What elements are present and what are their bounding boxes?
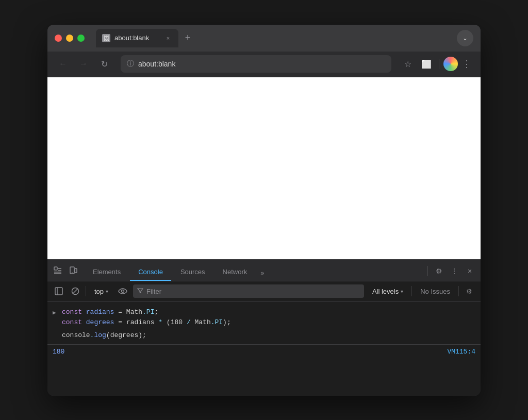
devtools-tab-bar: Elements Console Sources Network » ⚙ ⋮ × [47,260,481,281]
console-entry: ▶ const radians = Math.PI; const degrees… [47,306,481,330]
toolbar-divider-1 [86,286,86,296]
new-tab-button[interactable]: + [180,31,195,45]
console-result: 180 VM115:4 [47,347,481,357]
tab-close-button[interactable]: × [164,34,172,42]
dt-divider [427,266,428,276]
toolbar-divider-3 [458,286,459,296]
sidebar-toggle-button[interactable] [53,285,65,297]
menu-button[interactable]: ⋮ [460,56,473,72]
eye-button[interactable] [117,285,129,297]
svg-point-3 [72,272,73,273]
keyword: const [62,318,86,326]
tab-console[interactable]: Console [130,265,171,281]
vm-link[interactable]: VM115:4 [447,348,475,356]
url-display: about:blank [138,60,385,68]
devtools-right-buttons: ⚙ ⋮ × [425,264,476,281]
minimize-button[interactable] [66,35,73,42]
tab-more[interactable]: » [256,266,268,281]
keyword: const [62,308,86,316]
svg-rect-2 [75,268,77,273]
console-code-log: console.log(degrees); [62,330,475,341]
tab-dropdown-button[interactable]: ⌄ [457,30,473,46]
svg-point-8 [122,290,124,293]
console-settings-button[interactable]: ⚙ [463,285,475,297]
console-separator [47,344,481,345]
context-selector[interactable]: top ▾ [90,286,112,297]
tab-sources[interactable]: Sources [172,265,213,281]
console-code: const radians = Math.PI; const degrees =… [62,307,475,329]
devtools-panel: Elements Console Sources Network » ⚙ ⋮ × [47,259,481,396]
svg-line-7 [73,289,78,294]
nav-right-controls: ☆ ⬜ ⋮ [400,56,473,72]
context-arrow-icon: ▾ [106,289,108,294]
avatar[interactable] [443,57,458,71]
page-content [47,77,481,259]
tab-elements[interactable]: Elements [85,265,129,281]
filter-icon [137,288,143,295]
nav-bar: ← → ↻ ⓘ about:blank ☆ ⬜ ⋮ [47,52,481,77]
devtools-close-button[interactable]: × [463,264,476,278]
expand-icon[interactable]: ▶ [53,309,56,318]
level-arrow-icon: ▾ [401,289,403,294]
forward-button[interactable]: → [75,56,92,72]
devtools-more-button[interactable]: ⋮ [448,264,461,278]
context-label: top [94,288,104,295]
tab-network[interactable]: Network [214,265,256,281]
devtools-icons [52,264,79,281]
nav-divider [439,59,439,69]
address-bar[interactable]: ⓘ about:blank [121,55,391,73]
tab-bar: 🖼 about:blank × + [96,29,452,47]
devtools-inspect-icon[interactable] [52,264,64,277]
back-button[interactable]: ← [55,56,71,72]
active-tab[interactable]: 🖼 about:blank × [96,29,178,47]
reload-button[interactable]: ↻ [96,56,112,72]
traffic-lights [55,35,85,42]
code-line-2: const degrees = radians * (180 / Math.PI… [62,317,475,328]
info-icon: ⓘ [127,59,134,69]
no-issues-label: No Issues [416,288,454,295]
console-toolbar: top ▾ Filter All levels ▾ [47,281,481,302]
toolbar-divider-2 [411,286,412,296]
level-selector[interactable]: All levels ▾ [368,286,407,297]
output-value: 180 [53,348,64,356]
close-button[interactable] [55,35,62,42]
tab-title: about:blank [114,34,160,42]
extensions-button[interactable]: ⬜ [418,56,435,72]
clear-console-button[interactable] [69,285,81,297]
variable-name: radians [86,308,114,316]
variable-name: degrees [86,318,114,326]
devtools-settings-button[interactable]: ⚙ [432,264,446,278]
console-output: ▶ const radians = Math.PI; const degrees… [47,302,481,396]
bookmark-button[interactable]: ☆ [400,56,416,72]
maximize-button[interactable] [77,35,85,42]
code-line-1: const radians = Math.PI; [62,307,475,318]
title-bar: 🖼 about:blank × + ⌄ [47,25,481,52]
svg-rect-0 [54,267,57,270]
code-line-3: console.log(degrees); [62,330,475,341]
console-entry-log: console.log(degrees); [47,329,481,342]
tab-favicon: 🖼 [102,34,110,42]
devtools-device-icon[interactable] [67,264,79,277]
level-label: All levels [372,288,399,295]
svg-rect-4 [55,288,62,295]
browser-window: 🖼 about:blank × + ⌄ ← → ↻ ⓘ about:blank … [47,25,481,396]
filter-box[interactable]: Filter [133,284,364,298]
filter-placeholder: Filter [146,288,161,295]
